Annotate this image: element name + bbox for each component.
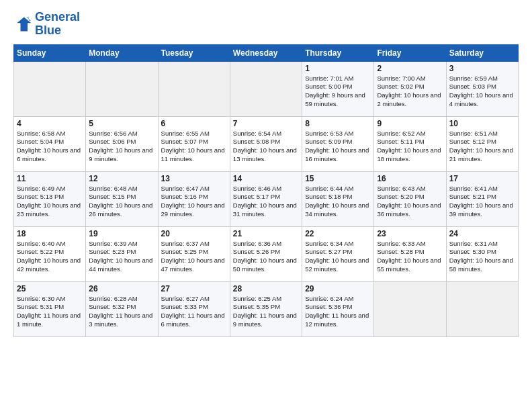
day-number: 28 (233, 284, 299, 293)
day-info: Sunrise: 6:36 AMSunset: 5:26 PMDaylight:… (233, 240, 299, 274)
calendar-table: SundayMondayTuesdayWednesdayThursdayFrid… (13, 44, 519, 337)
calendar-cell: 8Sunrise: 6:53 AMSunset: 5:09 PMDaylight… (302, 116, 374, 171)
calendar-cell (158, 61, 230, 116)
page: General Blue SundayMondayTuesdayWednesda… (0, 0, 532, 344)
calendar-cell: 20Sunrise: 6:37 AMSunset: 5:25 PMDayligh… (158, 226, 230, 281)
day-info: Sunrise: 6:47 AMSunset: 5:16 PMDaylight:… (161, 185, 227, 219)
day-info: Sunrise: 6:46 AMSunset: 5:17 PMDaylight:… (233, 185, 299, 219)
day-info: Sunrise: 6:31 AMSunset: 5:30 PMDaylight:… (449, 240, 515, 274)
calendar-cell: 22Sunrise: 6:34 AMSunset: 5:27 PMDayligh… (302, 226, 374, 281)
day-number: 27 (161, 284, 227, 293)
day-number: 5 (89, 119, 154, 128)
calendar-cell: 23Sunrise: 6:33 AMSunset: 5:28 PMDayligh… (374, 226, 446, 281)
calendar-cell (446, 281, 518, 336)
week-row-4: 18Sunrise: 6:40 AMSunset: 5:22 PMDayligh… (14, 226, 519, 281)
calendar-cell: 25Sunrise: 6:30 AMSunset: 5:31 PMDayligh… (14, 281, 86, 336)
calendar-cell: 13Sunrise: 6:47 AMSunset: 5:16 PMDayligh… (158, 171, 230, 226)
day-number: 2 (377, 64, 443, 73)
calendar-cell: 9Sunrise: 6:52 AMSunset: 5:11 PMDaylight… (374, 116, 446, 171)
logo: General Blue (13, 11, 80, 38)
calendar-cell: 19Sunrise: 6:39 AMSunset: 5:23 PMDayligh… (86, 226, 158, 281)
day-number: 4 (17, 119, 83, 128)
week-row-3: 11Sunrise: 6:49 AMSunset: 5:13 PMDayligh… (14, 171, 519, 226)
logo-line2: Blue (35, 24, 80, 38)
day-info: Sunrise: 6:24 AMSunset: 5:36 PMDaylight:… (305, 295, 371, 329)
calendar-cell: 26Sunrise: 6:28 AMSunset: 5:32 PMDayligh… (86, 281, 158, 336)
calendar-cell: 5Sunrise: 6:56 AMSunset: 5:06 PMDaylight… (86, 116, 158, 171)
calendar-cell: 6Sunrise: 6:55 AMSunset: 5:07 PMDaylight… (158, 116, 230, 171)
week-row-2: 4Sunrise: 6:58 AMSunset: 5:04 PMDaylight… (14, 116, 519, 171)
day-info: Sunrise: 6:55 AMSunset: 5:07 PMDaylight:… (161, 130, 227, 164)
header-cell-wednesday: Wednesday (230, 44, 302, 61)
calendar-cell: 27Sunrise: 6:27 AMSunset: 5:33 PMDayligh… (158, 281, 230, 336)
day-number: 26 (89, 284, 154, 293)
calendar-cell: 28Sunrise: 6:25 AMSunset: 5:35 PMDayligh… (230, 281, 302, 336)
calendar-cell: 29Sunrise: 6:24 AMSunset: 5:36 PMDayligh… (302, 281, 374, 336)
calendar-cell (86, 61, 158, 116)
calendar-cell (14, 61, 86, 116)
calendar-cell (374, 281, 446, 336)
calendar-header-row: SundayMondayTuesdayWednesdayThursdayFrid… (14, 44, 519, 61)
day-info: Sunrise: 6:41 AMSunset: 5:21 PMDaylight:… (449, 185, 515, 219)
calendar-cell: 1Sunrise: 7:01 AMSunset: 5:00 PMDaylight… (302, 61, 374, 116)
calendar-cell: 17Sunrise: 6:41 AMSunset: 5:21 PMDayligh… (446, 171, 518, 226)
calendar-cell: 3Sunrise: 6:59 AMSunset: 5:03 PMDaylight… (446, 61, 518, 116)
header-cell-friday: Friday (374, 44, 446, 61)
day-info: Sunrise: 6:28 AMSunset: 5:32 PMDaylight:… (89, 295, 154, 329)
day-info: Sunrise: 6:51 AMSunset: 5:12 PMDaylight:… (449, 130, 515, 164)
day-number: 3 (449, 64, 515, 73)
day-number: 8 (305, 119, 371, 128)
calendar-cell: 18Sunrise: 6:40 AMSunset: 5:22 PMDayligh… (14, 226, 86, 281)
calendar-cell: 7Sunrise: 6:54 AMSunset: 5:08 PMDaylight… (230, 116, 302, 171)
day-info: Sunrise: 6:30 AMSunset: 5:31 PMDaylight:… (17, 295, 83, 329)
calendar-cell: 2Sunrise: 7:00 AMSunset: 5:02 PMDaylight… (374, 61, 446, 116)
day-number: 17 (449, 174, 515, 183)
header-cell-tuesday: Tuesday (158, 44, 230, 61)
day-info: Sunrise: 6:59 AMSunset: 5:03 PMDaylight:… (449, 75, 515, 109)
day-info: Sunrise: 6:40 AMSunset: 5:22 PMDaylight:… (17, 240, 83, 274)
day-number: 1 (305, 64, 371, 73)
day-info: Sunrise: 6:54 AMSunset: 5:08 PMDaylight:… (233, 130, 299, 164)
day-number: 6 (161, 119, 227, 128)
day-number: 24 (449, 229, 515, 238)
logo-icon (13, 15, 32, 34)
calendar-body: 1Sunrise: 7:01 AMSunset: 5:00 PMDaylight… (14, 61, 519, 336)
header-cell-saturday: Saturday (446, 44, 518, 61)
logo-line1: General (35, 11, 80, 24)
day-info: Sunrise: 7:01 AMSunset: 5:00 PMDaylight:… (305, 75, 371, 109)
calendar-cell: 21Sunrise: 6:36 AMSunset: 5:26 PMDayligh… (230, 226, 302, 281)
header: General Blue (13, 11, 519, 38)
day-info: Sunrise: 6:58 AMSunset: 5:04 PMDaylight:… (17, 130, 83, 164)
day-info: Sunrise: 6:48 AMSunset: 5:15 PMDaylight:… (89, 185, 154, 219)
day-number: 23 (377, 229, 443, 238)
day-info: Sunrise: 6:53 AMSunset: 5:09 PMDaylight:… (305, 130, 371, 164)
calendar-cell: 10Sunrise: 6:51 AMSunset: 5:12 PMDayligh… (446, 116, 518, 171)
day-number: 25 (17, 284, 83, 293)
day-number: 9 (377, 119, 443, 128)
calendar-cell: 16Sunrise: 6:43 AMSunset: 5:20 PMDayligh… (374, 171, 446, 226)
day-number: 29 (305, 284, 371, 293)
day-number: 12 (89, 174, 154, 183)
day-info: Sunrise: 6:56 AMSunset: 5:06 PMDaylight:… (89, 130, 154, 164)
day-number: 22 (305, 229, 371, 238)
calendar-cell: 24Sunrise: 6:31 AMSunset: 5:30 PMDayligh… (446, 226, 518, 281)
calendar-cell: 14Sunrise: 6:46 AMSunset: 5:17 PMDayligh… (230, 171, 302, 226)
header-cell-monday: Monday (86, 44, 158, 61)
week-row-1: 1Sunrise: 7:01 AMSunset: 5:00 PMDaylight… (14, 61, 519, 116)
calendar-cell: 11Sunrise: 6:49 AMSunset: 5:13 PMDayligh… (14, 171, 86, 226)
day-number: 7 (233, 119, 299, 128)
day-number: 19 (89, 229, 154, 238)
day-number: 21 (233, 229, 299, 238)
calendar-cell: 12Sunrise: 6:48 AMSunset: 5:15 PMDayligh… (86, 171, 158, 226)
day-number: 14 (233, 174, 299, 183)
day-info: Sunrise: 6:25 AMSunset: 5:35 PMDaylight:… (233, 295, 299, 329)
day-info: Sunrise: 6:27 AMSunset: 5:33 PMDaylight:… (161, 295, 227, 329)
day-info: Sunrise: 7:00 AMSunset: 5:02 PMDaylight:… (377, 75, 443, 109)
day-info: Sunrise: 6:49 AMSunset: 5:13 PMDaylight:… (17, 185, 83, 219)
day-info: Sunrise: 6:34 AMSunset: 5:27 PMDaylight:… (305, 240, 371, 274)
day-info: Sunrise: 6:33 AMSunset: 5:28 PMDaylight:… (377, 240, 443, 274)
day-number: 10 (449, 119, 515, 128)
day-number: 20 (161, 229, 227, 238)
day-number: 18 (17, 229, 83, 238)
week-row-5: 25Sunrise: 6:30 AMSunset: 5:31 PMDayligh… (14, 281, 519, 336)
